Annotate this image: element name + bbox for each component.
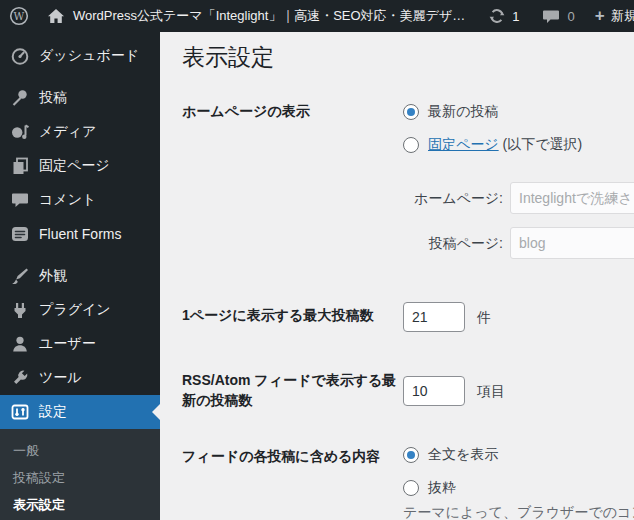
sidebar-item-label: Fluent Forms — [39, 226, 121, 242]
submenu-item-reading[interactable]: 表示設定 — [0, 491, 160, 518]
rss-items-input[interactable] — [403, 376, 465, 406]
sidebar-item-tools[interactable]: ツール — [0, 361, 160, 395]
static-page-option-label: 固定ページ (以下で選択) — [428, 136, 582, 154]
sidebar-item-label: コメント — [39, 191, 96, 209]
sidebar-item-users[interactable]: ユーザー — [0, 327, 160, 361]
sidebar-item-plugins[interactable]: プラグイン — [0, 293, 160, 327]
feed-content-label: フィードの各投稿に含める内容 — [182, 446, 400, 466]
rss-items-unit: 項目 — [477, 376, 505, 406]
home-page-select-label: ホームページ: — [403, 182, 503, 214]
front-page-label: ホームページの表示 — [182, 101, 400, 121]
sidebar-item-label: ユーザー — [39, 335, 96, 353]
admin-menu: ダッシュボード 投稿 メディア — [0, 32, 160, 429]
dashboard-icon — [10, 46, 30, 66]
user-icon — [10, 334, 30, 354]
sidebar-item-label: メディア — [39, 123, 96, 141]
excerpt-radio[interactable] — [403, 480, 419, 496]
new-label: 新規 — [611, 7, 634, 25]
full-text-option: 全文を表示 — [403, 445, 498, 465]
new-content-menu[interactable]: + 新規 — [595, 6, 634, 26]
posts-per-page-row: 件 — [403, 302, 491, 332]
sidebar-item-pages[interactable]: 固定ページ — [0, 149, 160, 183]
comments-icon — [541, 6, 561, 26]
excerpt-option-label: 抜粋 — [428, 479, 456, 497]
update-icon — [487, 6, 507, 26]
sidebar-item-dashboard[interactable]: ダッシュボード — [0, 39, 160, 73]
sidebar-item-label: ツール — [39, 369, 82, 387]
wordpress-logo-icon[interactable]: W — [9, 6, 29, 26]
brush-icon — [10, 266, 30, 286]
sidebar-item-posts[interactable]: 投稿 — [0, 81, 160, 115]
form-icon — [10, 224, 30, 244]
sidebar-item-label: ダッシュボード — [39, 47, 139, 65]
plugin-icon — [10, 300, 30, 320]
reading-settings-page: 表示設定 ホームページの表示 最新の投稿 固定ページ (以下で選択) ホームペー… — [160, 32, 634, 520]
static-page-link[interactable]: 固定ページ — [428, 136, 499, 152]
site-title-link[interactable]: WordPress公式テーマ「Integlight」｜高速・SEO対応・美麗デザ… — [73, 7, 465, 25]
rss-items-row: 項目 — [403, 376, 505, 406]
home-icon[interactable] — [46, 6, 66, 26]
sidebar-item-appearance[interactable]: 外観 — [0, 259, 160, 293]
pushpin-icon — [10, 88, 30, 108]
comment-count: 0 — [567, 9, 574, 24]
static-page-option: 固定ページ (以下で選択) — [403, 135, 582, 155]
sidebar-item-label: 外観 — [39, 267, 67, 285]
latest-posts-option-label: 最新の投稿 — [428, 103, 498, 121]
posts-page-select-label: 投稿ページ: — [403, 227, 503, 259]
page-title: 表示設定 — [182, 42, 274, 72]
sidebar-item-label: プラグイン — [39, 301, 111, 319]
sidebar-item-label: 設定 — [39, 403, 67, 421]
excerpt-option: 抜粋 — [403, 478, 456, 498]
comments-menu[interactable]: 0 — [541, 6, 574, 26]
svg-text:W: W — [14, 10, 25, 22]
home-page-select[interactable]: Integlightで洗練さ — [510, 182, 634, 214]
sidebar-item-settings[interactable]: 設定 — [0, 395, 160, 429]
posts-page-select[interactable]: blog — [510, 227, 634, 259]
update-count: 1 — [512, 9, 519, 24]
static-page-radio[interactable] — [403, 137, 419, 153]
posts-per-page-unit: 件 — [477, 302, 491, 332]
home-page-select-row: ホームページ: Integlightで洗練さ — [403, 182, 634, 214]
full-text-radio[interactable] — [403, 447, 419, 463]
admin-bar: W WordPress公式テーマ「Integlight」｜高速・SEO対応・美麗… — [0, 0, 634, 32]
latest-posts-radio[interactable] — [403, 104, 419, 120]
sidebar-item-media[interactable]: メディア — [0, 115, 160, 149]
sidebar-item-comments[interactable]: コメント — [0, 183, 160, 217]
plus-icon: + — [595, 6, 605, 26]
full-text-option-label: 全文を表示 — [428, 446, 498, 464]
wrench-icon — [10, 368, 30, 388]
settings-icon — [10, 402, 30, 422]
updates-menu[interactable]: 1 — [487, 6, 519, 26]
comment-icon — [10, 190, 30, 210]
latest-posts-option: 最新の投稿 — [403, 102, 498, 122]
sidebar-item-label: 固定ページ — [39, 157, 110, 175]
media-icon — [10, 122, 30, 142]
static-page-suffix: (以下で選択) — [503, 136, 583, 152]
posts-page-select-row: 投稿ページ: blog — [403, 227, 634, 259]
submenu-item-general[interactable]: 一般 — [0, 437, 160, 464]
rss-items-label: RSS/Atom フィードで表示する最新の投稿数 — [182, 370, 400, 410]
settings-submenu: 一般 投稿設定 表示設定 — [0, 429, 160, 520]
pages-icon — [10, 156, 30, 176]
posts-per-page-label: 1ページに表示する最大投稿数 — [182, 305, 400, 325]
feed-content-description: テーマによって、ブラウザーでのコン — [403, 504, 634, 520]
submenu-item-writing[interactable]: 投稿設定 — [0, 464, 160, 491]
posts-per-page-input[interactable] — [403, 302, 465, 332]
sidebar-item-label: 投稿 — [39, 89, 67, 107]
sidebar-item-fluent-forms[interactable]: Fluent Forms — [0, 217, 160, 251]
admin-sidebar: ダッシュボード 投稿 メディア — [0, 32, 160, 520]
